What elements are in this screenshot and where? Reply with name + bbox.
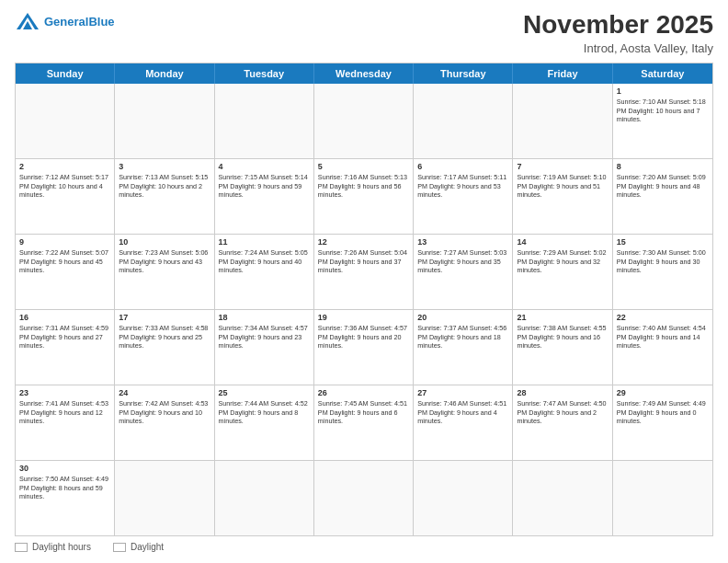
cal-cell-w1-d5	[414, 84, 513, 158]
day-number: 16	[19, 313, 110, 322]
week-row-5: 23Sunrise: 7:41 AM Sunset: 4:53 PM Dayli…	[16, 385, 712, 461]
cell-info: Sunrise: 7:36 AM Sunset: 4:57 PM Dayligh…	[318, 324, 409, 350]
week-row-2: 2Sunrise: 7:12 AM Sunset: 5:17 PM Daylig…	[16, 159, 712, 235]
cal-cell-w2-d6: 7Sunrise: 7:19 AM Sunset: 5:10 PM Daylig…	[513, 159, 612, 234]
week-row-4: 16Sunrise: 7:31 AM Sunset: 4:59 PM Dayli…	[16, 310, 712, 385]
cal-cell-w1-d7: 1Sunrise: 7:10 AM Sunset: 5:18 PM Daylig…	[613, 84, 712, 158]
cell-info: Sunrise: 7:19 AM Sunset: 5:10 PM Dayligh…	[517, 173, 608, 200]
day-number: 13	[417, 237, 508, 247]
cal-cell-w6-d6	[513, 461, 612, 535]
legend-item-daylight: Daylight	[113, 542, 164, 552]
cell-info: Sunrise: 7:15 AM Sunset: 5:14 PM Dayligh…	[219, 173, 310, 200]
cal-cell-w2-d5: 6Sunrise: 7:17 AM Sunset: 5:11 PM Daylig…	[414, 159, 513, 234]
cell-info: Sunrise: 7:24 AM Sunset: 5:05 PM Dayligh…	[219, 248, 310, 275]
cell-info: Sunrise: 7:10 AM Sunset: 5:18 PM Dayligh…	[617, 98, 709, 124]
cell-info: Sunrise: 7:31 AM Sunset: 4:59 PM Dayligh…	[19, 324, 110, 350]
cal-cell-w1-d1	[16, 84, 115, 158]
day-number: 15	[617, 237, 709, 247]
cell-info: Sunrise: 7:44 AM Sunset: 4:52 PM Dayligh…	[219, 399, 310, 426]
week-row-3: 9Sunrise: 7:22 AM Sunset: 5:07 PM Daylig…	[16, 235, 712, 310]
cal-cell-w4-d2: 17Sunrise: 7:33 AM Sunset: 4:58 PM Dayli…	[115, 310, 214, 385]
cell-info: Sunrise: 7:37 AM Sunset: 4:56 PM Dayligh…	[417, 324, 508, 350]
cal-cell-w1-d6	[513, 84, 612, 158]
day-number: 21	[517, 313, 608, 322]
cell-info: Sunrise: 7:47 AM Sunset: 4:50 PM Dayligh…	[517, 399, 608, 426]
legend-daylight-hours-label: Daylight hours	[32, 542, 91, 552]
day-number: 28	[517, 388, 608, 397]
header: GeneralBlue November 2025 Introd, Aosta …	[15, 11, 713, 55]
cal-cell-w4-d7: 22Sunrise: 7:40 AM Sunset: 4:54 PM Dayli…	[613, 310, 712, 385]
cal-cell-w3-d5: 13Sunrise: 7:27 AM Sunset: 5:03 PM Dayli…	[414, 235, 513, 309]
day-number: 30	[19, 464, 110, 473]
legend: Daylight hours Daylight	[15, 542, 713, 552]
title-block: November 2025 Introd, Aosta Valley, Ital…	[523, 11, 713, 55]
cell-info: Sunrise: 7:30 AM Sunset: 5:00 PM Dayligh…	[617, 248, 709, 275]
week-row-1: 1Sunrise: 7:10 AM Sunset: 5:18 PM Daylig…	[16, 84, 712, 159]
cal-cell-w2-d1: 2Sunrise: 7:12 AM Sunset: 5:17 PM Daylig…	[16, 159, 115, 234]
cal-cell-w2-d4: 5Sunrise: 7:16 AM Sunset: 5:13 PM Daylig…	[314, 159, 414, 234]
header-day-tuesday: Tuesday	[215, 63, 314, 84]
cal-cell-w5-d6: 28Sunrise: 7:47 AM Sunset: 4:50 PM Dayli…	[513, 385, 612, 460]
cell-info: Sunrise: 7:23 AM Sunset: 5:06 PM Dayligh…	[119, 248, 210, 275]
cell-info: Sunrise: 7:13 AM Sunset: 5:15 PM Dayligh…	[119, 173, 210, 200]
day-number: 14	[517, 237, 608, 247]
week-row-6: 30Sunrise: 7:50 AM Sunset: 4:49 PM Dayli…	[16, 461, 712, 535]
calendar-header: SundayMondayTuesdayWednesdayThursdayFrid…	[16, 63, 712, 84]
cal-cell-w5-d5: 27Sunrise: 7:46 AM Sunset: 4:51 PM Dayli…	[414, 385, 513, 460]
day-number: 7	[517, 162, 608, 171]
cal-cell-w5-d2: 24Sunrise: 7:42 AM Sunset: 4:53 PM Dayli…	[115, 385, 214, 460]
day-number: 19	[318, 313, 409, 322]
cal-cell-w6-d1: 30Sunrise: 7:50 AM Sunset: 4:49 PM Dayli…	[16, 461, 115, 535]
cal-cell-w6-d5	[414, 461, 513, 535]
logo-text: GeneralBlue	[44, 16, 115, 29]
cal-cell-w1-d4	[314, 84, 414, 158]
logo-blue: Blue	[88, 15, 114, 29]
cal-cell-w6-d3	[215, 461, 314, 535]
day-number: 23	[19, 388, 110, 397]
cell-info: Sunrise: 7:12 AM Sunset: 5:17 PM Dayligh…	[19, 173, 110, 200]
legend-box-daylight	[113, 543, 126, 552]
cell-info: Sunrise: 7:42 AM Sunset: 4:53 PM Dayligh…	[119, 399, 210, 426]
cal-cell-w3-d1: 9Sunrise: 7:22 AM Sunset: 5:07 PM Daylig…	[16, 235, 115, 309]
cal-cell-w6-d7	[613, 461, 712, 535]
day-number: 12	[318, 237, 409, 247]
cal-cell-w4-d6: 21Sunrise: 7:38 AM Sunset: 4:55 PM Dayli…	[513, 310, 612, 385]
cell-info: Sunrise: 7:20 AM Sunset: 5:09 PM Dayligh…	[617, 173, 709, 200]
legend-daylight-label: Daylight	[131, 542, 164, 552]
cell-info: Sunrise: 7:45 AM Sunset: 4:51 PM Dayligh…	[318, 399, 409, 426]
cal-cell-w4-d3: 18Sunrise: 7:34 AM Sunset: 4:57 PM Dayli…	[215, 310, 314, 385]
day-number: 25	[219, 388, 310, 397]
day-number: 10	[119, 237, 210, 247]
cal-cell-w3-d2: 10Sunrise: 7:23 AM Sunset: 5:06 PM Dayli…	[115, 235, 214, 309]
cal-cell-w2-d3: 4Sunrise: 7:15 AM Sunset: 5:14 PM Daylig…	[215, 159, 314, 234]
calendar: SundayMondayTuesdayWednesdayThursdayFrid…	[15, 63, 713, 536]
cal-cell-w4-d1: 16Sunrise: 7:31 AM Sunset: 4:59 PM Dayli…	[16, 310, 115, 385]
cell-info: Sunrise: 7:27 AM Sunset: 5:03 PM Dayligh…	[417, 248, 508, 275]
cell-info: Sunrise: 7:22 AM Sunset: 5:07 PM Dayligh…	[19, 248, 110, 275]
cell-info: Sunrise: 7:29 AM Sunset: 5:02 PM Dayligh…	[517, 248, 608, 275]
cal-cell-w1-d3	[215, 84, 314, 158]
logo: GeneralBlue	[15, 11, 115, 33]
cal-cell-w2-d2: 3Sunrise: 7:13 AM Sunset: 5:15 PM Daylig…	[115, 159, 214, 234]
cal-cell-w3-d4: 12Sunrise: 7:26 AM Sunset: 5:04 PM Dayli…	[314, 235, 414, 309]
calendar-body: 1Sunrise: 7:10 AM Sunset: 5:18 PM Daylig…	[16, 84, 712, 535]
cell-info: Sunrise: 7:41 AM Sunset: 4:53 PM Dayligh…	[19, 399, 110, 426]
cal-cell-w6-d4	[314, 461, 414, 535]
cell-info: Sunrise: 7:49 AM Sunset: 4:49 PM Dayligh…	[617, 399, 709, 426]
cell-info: Sunrise: 7:40 AM Sunset: 4:54 PM Dayligh…	[617, 324, 709, 350]
cal-cell-w3-d7: 15Sunrise: 7:30 AM Sunset: 5:00 PM Dayli…	[613, 235, 712, 309]
page: GeneralBlue November 2025 Introd, Aosta …	[0, 0, 728, 563]
header-day-sunday: Sunday	[16, 63, 115, 84]
cal-cell-w2-d7: 8Sunrise: 7:20 AM Sunset: 5:09 PM Daylig…	[613, 159, 712, 234]
cal-cell-w5-d7: 29Sunrise: 7:49 AM Sunset: 4:49 PM Dayli…	[613, 385, 712, 460]
cal-cell-w5-d1: 23Sunrise: 7:41 AM Sunset: 4:53 PM Dayli…	[16, 385, 115, 460]
location: Introd, Aosta Valley, Italy	[523, 41, 713, 55]
header-day-wednesday: Wednesday	[314, 63, 414, 84]
day-number: 24	[119, 388, 210, 397]
day-number: 2	[19, 162, 110, 171]
cal-cell-w6-d2	[115, 461, 214, 535]
cal-cell-w1-d2	[115, 84, 214, 158]
day-number: 22	[617, 313, 709, 322]
header-day-friday: Friday	[513, 63, 612, 84]
cal-cell-w5-d4: 26Sunrise: 7:45 AM Sunset: 4:51 PM Dayli…	[314, 385, 414, 460]
